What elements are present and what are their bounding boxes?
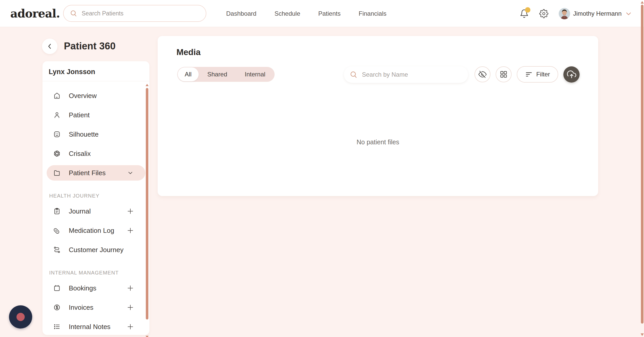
media-toolbar: Filter	[474, 66, 580, 83]
sidebar-item-label: Crisalix	[69, 150, 91, 158]
page-title: Patient 360	[64, 41, 116, 52]
sidebar-item-customer-journey[interactable]: Customer Journey	[47, 242, 145, 258]
scroll-up-arrow[interactable]	[641, 1, 644, 4]
person-icon	[53, 111, 61, 119]
add-journal-button[interactable]	[127, 208, 134, 215]
media-search-bar[interactable]	[344, 66, 468, 83]
notifications-button[interactable]	[520, 9, 529, 18]
chat-widget-button[interactable]	[9, 305, 32, 329]
tab-shared[interactable]: Shared	[199, 67, 236, 82]
sidebar-item-label: Overview	[69, 92, 97, 100]
main-nav: Dashboard Schedule Patients Financials	[226, 0, 386, 27]
media-title: Media	[176, 47, 201, 57]
sidebar-menu: Overview Patient Silhouette Crisali	[43, 81, 149, 334]
eye-off-icon	[478, 70, 487, 78]
sidebar-item-medication-log[interactable]: Medication Log	[47, 223, 145, 238]
chat-widget-icon	[16, 313, 25, 321]
user-menu[interactable]: Jimothy Hermann	[559, 8, 632, 19]
search-icon	[350, 70, 358, 79]
sidebar-item-internal-notes[interactable]: Internal Notes	[47, 319, 145, 334]
page-scroll-thumb[interactable]	[641, 5, 643, 324]
scroll-up-arrow[interactable]	[146, 84, 149, 86]
media-panel: Media All Shared Internal Filt	[158, 36, 598, 196]
add-medication-button[interactable]	[127, 227, 134, 234]
sidebar-item-label: Invoices	[69, 304, 93, 312]
aperture-icon	[53, 150, 61, 157]
search-icon	[70, 10, 78, 17]
empty-state-message: No patient files	[158, 138, 598, 146]
nav-financials[interactable]: Financials	[359, 10, 386, 17]
filter-label: Filter	[536, 71, 550, 78]
journey-icon	[53, 246, 61, 253]
grid-icon	[499, 70, 508, 78]
clipboard-icon	[53, 208, 61, 215]
tab-all[interactable]: All	[178, 67, 199, 81]
sidebar-item-label: Internal Notes	[69, 323, 111, 331]
nav-schedule[interactable]: Schedule	[274, 10, 300, 17]
scroll-down-arrow[interactable]	[146, 336, 149, 337]
sidebar-item-label: Patient	[69, 111, 90, 119]
sidebar-item-label: Bookings	[69, 284, 96, 292]
sidebar-item-silhouette[interactable]: Silhouette	[47, 127, 145, 142]
chevron-left-icon	[46, 43, 53, 50]
add-invoice-button[interactable]	[127, 304, 134, 311]
sidebar-scrollbar[interactable]	[146, 85, 148, 333]
plus-icon	[127, 323, 134, 330]
patient-sidebar: Lynx Jonsson Overview Patient Silhouette	[43, 61, 149, 335]
page-scrollbar[interactable]	[641, 0, 643, 337]
grid-view-button[interactable]	[496, 66, 512, 82]
sidebar-item-overview[interactable]: Overview	[47, 88, 145, 103]
list-icon	[53, 323, 61, 330]
add-internal-note-button[interactable]	[127, 323, 134, 330]
tab-internal[interactable]: Internal	[236, 67, 274, 82]
toggle-visibility-button[interactable]	[474, 66, 490, 82]
app-logo: adoreal.	[10, 0, 60, 27]
sidebar-item-patient[interactable]: Patient	[47, 107, 145, 123]
sidebar-item-label: Silhouette	[69, 130, 99, 138]
face-icon	[53, 131, 61, 138]
sidebar-item-crisalix[interactable]: Crisalix	[47, 146, 145, 161]
sidebar-item-label: Patient Files	[69, 169, 106, 177]
sidebar-item-label: Journal	[69, 207, 91, 215]
cloud-upload-icon	[567, 70, 576, 79]
media-tabs: All Shared Internal	[177, 67, 275, 82]
sidebar-item-invoices[interactable]: Invoices	[47, 300, 145, 315]
section-label-health-journey: HEALTH JOURNEY	[49, 193, 143, 199]
nav-patients[interactable]: Patients	[318, 10, 341, 17]
upload-button[interactable]	[563, 66, 580, 83]
dollar-icon	[53, 304, 61, 311]
sidebar-item-bookings[interactable]: Bookings	[47, 280, 145, 296]
avatar	[559, 8, 570, 19]
notification-badge	[525, 7, 530, 13]
nav-dashboard[interactable]: Dashboard	[226, 10, 256, 17]
folder-icon	[53, 169, 61, 176]
media-search-input[interactable]	[362, 71, 462, 78]
add-booking-button[interactable]	[127, 285, 134, 292]
plus-icon	[127, 208, 134, 215]
sidebar-item-label: Medication Log	[69, 227, 114, 235]
patient-name: Lynx Jonsson	[43, 61, 149, 81]
chevron-down-icon	[625, 10, 632, 17]
section-label-internal-management: INTERNAL MANAGEMENT	[49, 270, 143, 276]
calendar-icon	[53, 285, 61, 292]
patient-search-bar[interactable]	[63, 5, 206, 22]
gear-icon	[539, 9, 548, 18]
scroll-down-arrow[interactable]	[641, 333, 644, 336]
home-icon	[53, 92, 61, 99]
app-header: adoreal. Dashboard Schedule Patients Fin…	[0, 0, 644, 27]
filter-icon	[525, 70, 533, 78]
settings-button[interactable]	[539, 9, 548, 18]
plus-icon	[127, 304, 134, 311]
search-patients-input[interactable]	[82, 10, 200, 17]
pill-icon	[53, 227, 61, 234]
sidebar-scroll-thumb[interactable]	[146, 88, 148, 320]
user-name: Jimothy Hermann	[573, 10, 622, 17]
sidebar-item-patient-files[interactable]: Patient Files	[47, 165, 145, 181]
plus-icon	[127, 227, 134, 234]
sidebar-item-journal[interactable]: Journal	[47, 203, 145, 219]
chevron-down-icon	[127, 169, 134, 176]
plus-icon	[127, 285, 134, 292]
back-button[interactable]	[42, 39, 57, 54]
filter-button[interactable]: Filter	[517, 66, 558, 83]
sidebar-item-label: Customer Journey	[69, 246, 123, 254]
